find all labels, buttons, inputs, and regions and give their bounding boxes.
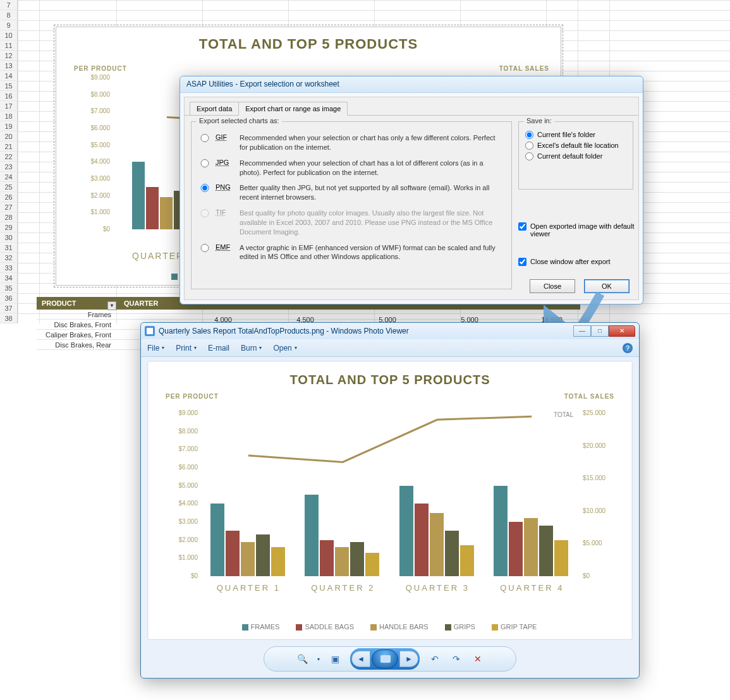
checkbox[interactable] [518,258,526,266]
wpv-menu: File▾Print▾E-mailBurn▾Open▾? [141,339,639,357]
prev-icon[interactable]: ◄ [351,651,370,667]
format-option-jpg[interactable]: JPGRecommended when your selection of ch… [200,159,505,178]
tab-export-data[interactable]: Export data [190,102,239,116]
savein-group-title: Save in: [524,117,554,124]
format-option-emf[interactable]: EMFA vector graphic in EMF (enhanced ver… [200,243,505,262]
row-header[interactable]: 9 [0,20,18,30]
save-radio[interactable] [525,142,533,150]
bar [415,504,429,576]
y-tick-left: $5.000 [163,482,198,489]
bar [271,547,285,576]
y-tick-left: $8.000 [163,428,198,435]
chart2-title: TOTAL AND TOP 5 PRODUCTS [148,373,632,387]
slideshow-icon[interactable] [372,649,398,668]
row-header[interactable]: 19 [0,121,18,131]
save-option[interactable]: Current default folder [525,152,626,160]
row-header[interactable]: 18 [0,111,18,121]
format-desc: Recommended when your selection or chart… [240,133,505,152]
minimize-button[interactable]: — [573,325,591,337]
row-header[interactable]: 37 [0,303,18,313]
row-header[interactable]: 12 [0,51,18,61]
close-button[interactable]: Close [530,279,575,293]
row-header[interactable]: 10 [0,30,18,40]
bar [524,518,538,576]
filter-dropdown-icon[interactable]: ▾ [107,301,116,310]
row-header[interactable]: 24 [0,172,18,182]
row-header[interactable]: 30 [0,232,18,243]
rotate-ccw-icon[interactable]: ↶ [429,653,441,665]
save-option[interactable]: Excel's default file location [525,142,626,150]
row-header[interactable]: 11 [0,40,18,51]
format-desc: Better quality then JPG, but not yet sup… [240,183,505,202]
row-header[interactable]: 38 [0,313,18,323]
format-radio[interactable] [200,159,209,167]
row-header[interactable]: 25 [0,182,18,192]
row-header[interactable]: 36 [0,293,18,303]
y-tick-right: $15.000 [583,474,621,481]
checkbox[interactable] [518,222,526,231]
bar [256,534,270,576]
y-tick-left: $2.000 [163,536,198,543]
x-category: QUARTER 4 [500,583,564,593]
menu-e-mail[interactable]: E-mail [208,344,229,353]
format-option-gif[interactable]: GIFRecommended when your selection or ch… [200,133,505,152]
format-radio[interactable] [200,184,209,192]
row-header[interactable]: 17 [0,101,18,111]
dialog-title: ASAP Utilities - Export selection or wor… [180,76,643,93]
format-option-tif[interactable]: TIFBest quality for photo quality color … [200,208,505,237]
row-header[interactable]: 14 [0,71,18,81]
next-icon[interactable]: ► [399,651,418,667]
row-header[interactable]: 16 [0,91,18,101]
format-option-png[interactable]: PNGBetter quality then JPG, but not yet … [200,183,505,202]
row-header[interactable]: 22 [0,152,18,162]
rotate-cw-icon[interactable]: ↷ [450,653,463,665]
row-header[interactable]: 15 [0,81,18,91]
row-header[interactable]: 13 [0,61,18,71]
checkbox-option[interactable]: Open exported image with default viewer [518,222,636,238]
save-option[interactable]: Current file's folder [525,131,626,139]
fit-icon[interactable]: ▣ [329,653,341,665]
save-radio[interactable] [525,131,533,139]
row-header[interactable]: 28 [0,212,18,222]
row-header[interactable]: 21 [0,142,18,152]
row-header[interactable]: 27 [0,202,18,212]
zoom-icon[interactable]: 🔍 [296,653,308,665]
format-radio[interactable] [200,244,209,252]
checkbox-label: Open exported image with default viewer [530,222,636,238]
bar [305,495,319,576]
axis-label-left: PER PRODUCT [74,65,127,72]
maximize-button[interactable]: □ [591,325,609,337]
bar [320,540,334,576]
table-header-quarter[interactable]: QUARTER [119,299,163,307]
row-header[interactable]: 26 [0,192,18,202]
delete-icon[interactable]: ✕ [471,653,484,665]
ok-button[interactable]: OK [584,279,630,293]
menu-open[interactable]: Open▾ [273,344,296,353]
menu-burn[interactable]: Burn▾ [241,344,262,353]
tab-export-image[interactable]: Export chart or range as image [238,102,348,116]
chart2-plot-area: $0$1.000$2.000$3.000$4.000$5.000$6.000$7… [201,413,579,576]
row-header[interactable]: 29 [0,222,18,232]
row-header[interactable]: 33 [0,263,18,273]
row-header[interactable]: 32 [0,253,18,263]
close-window-button[interactable]: ✕ [609,325,635,337]
row-header[interactable]: 7 [0,0,18,10]
row-header[interactable]: 8 [0,10,18,20]
menu-file[interactable]: File▾ [147,344,164,353]
wpv-toolbar: 🔍▾ ▣ ◄ ► ↶ ↷ ✕ [264,646,516,672]
row-header[interactable]: 31 [0,243,18,253]
checkbox-option[interactable]: Close window after export [518,258,636,266]
table-header-product[interactable]: PRODUCT▾ [37,299,119,307]
y-tick-right: $0 [583,572,621,579]
row-header[interactable]: 20 [0,131,18,142]
menu-print[interactable]: Print▾ [176,344,197,353]
save-radio[interactable] [525,152,533,160]
row-header[interactable]: 34 [0,273,18,283]
row-header[interactable]: 23 [0,162,18,172]
bar [365,553,379,576]
row-header[interactable]: 35 [0,283,18,293]
axis-label-right: TOTAL SALES [499,65,549,72]
help-icon[interactable]: ? [623,343,633,353]
format-radio[interactable] [200,134,209,142]
wpv-titlebar[interactable]: Quarterly Sales Report TotalAndTopProduc… [141,323,639,339]
